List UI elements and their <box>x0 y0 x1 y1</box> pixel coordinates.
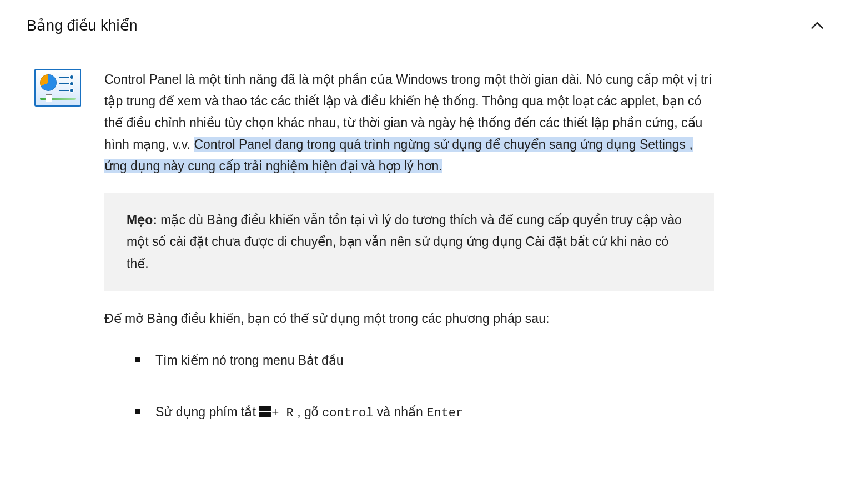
shortcut-key-r: + R <box>271 406 294 420</box>
section-title: Bảng điều khiển <box>27 13 138 39</box>
svg-rect-0 <box>259 406 265 411</box>
svg-rect-3 <box>265 412 271 417</box>
key-enter: Enter <box>426 406 463 420</box>
chevron-up-icon[interactable] <box>809 18 825 34</box>
intro-paragraph: Control Panel là một tính năng đã là một… <box>104 69 714 177</box>
command-control: control <box>322 406 373 420</box>
method2-text-a: Sử dụng phím tắt <box>155 405 259 419</box>
method1-text: Tìm kiếm nó trong menu Bắt đầu <box>155 353 344 367</box>
list-item: Sử dụng phím tắt + R , gõ control và nhấ… <box>135 401 714 424</box>
svg-rect-2 <box>259 412 265 417</box>
control-panel-icon <box>34 69 81 107</box>
method2-text-c: , gõ <box>294 405 322 419</box>
open-intro: Để mở Bảng điều khiển, bạn có thể sử dụn… <box>104 308 714 330</box>
method2-text-d: và nhấn <box>373 405 426 419</box>
tip-box: Mẹo: mặc dù Bảng điều khiển vẫn tồn tại … <box>104 193 714 291</box>
svg-rect-1 <box>265 406 271 411</box>
section-header[interactable]: Bảng điều khiển <box>27 13 825 39</box>
open-methods-list: Tìm kiếm nó trong menu Bắt đầu Sử dụng p… <box>104 350 714 424</box>
tip-text: mặc dù Bảng điều khiển vẫn tồn tại vì lý… <box>127 213 682 270</box>
windows-key-icon <box>259 402 271 414</box>
section-body: Control Panel là một tính năng đã là một… <box>27 69 825 453</box>
tip-label: Mẹo: <box>127 213 157 227</box>
list-item: Tìm kiếm nó trong menu Bắt đầu <box>135 350 714 371</box>
